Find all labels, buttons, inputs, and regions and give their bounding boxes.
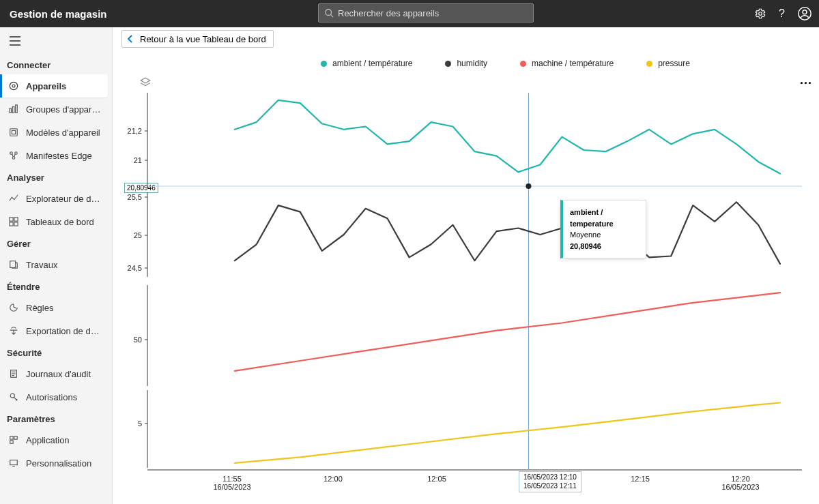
sidebar-item-autorisations[interactable]: Autorisations <box>0 385 112 409</box>
sidebar-item-journaux[interactable]: Journaux d'audit <box>0 362 112 385</box>
sidebar-item-label: Appareils <box>26 81 66 91</box>
y-tick: 5 <box>138 419 142 428</box>
group-icon <box>8 104 19 115</box>
y-tick: 25 <box>134 231 142 239</box>
svg-point-15 <box>10 152 13 155</box>
tooltip-value: 20,80946 <box>570 241 639 252</box>
svg-point-17 <box>12 157 15 160</box>
back-button-label: Retour à la vue Tableau de bord <box>140 34 266 44</box>
export-icon <box>8 325 19 336</box>
sidebar-item-groupes[interactable]: Groupes d'appareils <box>0 98 112 121</box>
svg-rect-18 <box>10 218 13 221</box>
sidebar-section-analyser: Analyser <box>0 167 112 187</box>
sidebar-item-label: Autorisations <box>26 392 77 402</box>
legend-item[interactable]: machine / température <box>520 59 614 68</box>
svg-rect-29 <box>14 436 17 439</box>
sidebar-item-label: Personnalisation <box>26 458 91 469</box>
svg-rect-10 <box>10 108 12 113</box>
legend-label: humidity <box>457 59 487 68</box>
sidebar-item-label: Application <box>26 435 70 445</box>
tooltip-title: ambient / temperature <box>570 207 639 229</box>
sidebar-item-label: Modèles d'appareil <box>26 128 100 138</box>
svg-point-48 <box>526 183 531 189</box>
chart-svg <box>123 72 809 488</box>
sidebar: Connecter Appareils Groupes d'appareils … <box>0 27 113 504</box>
sidebar-item-appareils[interactable]: Appareils <box>0 74 108 98</box>
svg-rect-14 <box>12 130 15 134</box>
legend-item[interactable]: humidity <box>445 59 487 68</box>
x-tick: 12:00 <box>313 475 354 483</box>
y-tick: 25,5 <box>128 193 142 201</box>
permissions-icon <box>8 391 19 402</box>
sidebar-item-manifestes[interactable]: Manifestes Edge <box>0 144 112 167</box>
sidebar-section-securite: Sécurité <box>0 342 112 362</box>
sidebar-item-personnalisation[interactable]: Personnalisation <box>0 451 112 475</box>
x-flag-line: 16/05/2023 12:11 <box>523 482 577 491</box>
sidebar-item-travaux[interactable]: Travaux <box>0 253 112 276</box>
legend-dot <box>520 61 526 67</box>
y-tick: 21,2 <box>128 127 142 135</box>
svg-point-27 <box>10 394 14 398</box>
svg-rect-31 <box>10 460 18 465</box>
personalize-icon <box>8 458 19 469</box>
legend-dot <box>445 61 451 67</box>
sidebar-item-application[interactable]: Application <box>0 428 112 451</box>
search-input[interactable]: Rechercher des appareils <box>318 3 534 23</box>
x-flag-line: 16/05/2023 12:10 <box>523 473 577 482</box>
legend-label: pressure <box>658 59 690 68</box>
svg-rect-11 <box>12 107 14 113</box>
svg-rect-13 <box>10 129 18 136</box>
sidebar-item-exportation[interactable]: Exportation de don... <box>0 319 112 342</box>
manifest-icon <box>8 150 19 161</box>
legend-item[interactable]: pressure <box>646 59 690 68</box>
device-icon <box>8 80 19 91</box>
svg-point-4 <box>803 10 807 14</box>
legend-label: machine / température <box>532 59 614 68</box>
svg-point-9 <box>12 85 15 87</box>
hamburger-icon[interactable] <box>0 27 112 55</box>
sidebar-item-label: Journaux d'audit <box>26 369 91 379</box>
sidebar-item-label: Travaux <box>26 260 57 270</box>
sidebar-item-label: Exportation de don... <box>26 326 101 336</box>
sidebar-item-regles[interactable]: Règles <box>0 296 112 319</box>
y-tick: 24,5 <box>128 264 142 272</box>
jobs-icon <box>8 259 19 270</box>
x-tick: 12:2016/05/2023 <box>720 475 761 491</box>
help-icon[interactable]: ? <box>779 8 785 20</box>
svg-point-8 <box>10 82 17 89</box>
svg-rect-28 <box>10 436 13 439</box>
sidebar-section-connecter: Connecter <box>0 55 112 74</box>
sidebar-item-tableaux[interactable]: Tableaux de bord <box>0 210 112 233</box>
x-axis-flag: 16/05/2023 12:10 16/05/2023 12:11 <box>519 471 581 492</box>
explore-icon <box>8 193 19 204</box>
back-button[interactable]: Retour à la vue Tableau de bord <box>121 30 274 48</box>
search-placeholder: Rechercher des appareils <box>338 8 439 18</box>
dashboard-icon <box>8 216 19 227</box>
tooltip-stat: Moyenne <box>570 229 639 241</box>
search-icon <box>324 8 334 18</box>
chart-tooltip: ambient / temperature Moyenne 20,80946 <box>560 200 646 258</box>
x-tick: 12:15 <box>620 475 661 483</box>
account-icon[interactable] <box>797 6 812 21</box>
legend-item[interactable]: ambient / température <box>321 59 412 68</box>
x-tick: 11:5516/05/2023 <box>212 475 253 491</box>
y-tick: 21 <box>134 156 142 164</box>
settings-icon[interactable] <box>754 8 766 20</box>
sidebar-item-explorateur[interactable]: Explorateur de données <box>0 187 112 210</box>
chart-area[interactable]: ··· 21,2 21 25,5 25 24,5 50 5 11:5516/05… <box>123 72 809 488</box>
chart-legend: ambient / température humidity machine /… <box>321 59 690 68</box>
sidebar-item-label: Tableaux de bord <box>26 217 94 227</box>
sidebar-section-gerer: Gérer <box>0 233 112 253</box>
legend-dot <box>321 61 327 67</box>
sidebar-section-etendre: Étendre <box>0 276 112 296</box>
legend-label: ambient / température <box>332 59 412 68</box>
svg-line-1 <box>331 15 334 18</box>
sidebar-item-label: Groupes d'appareils <box>26 104 101 115</box>
svg-rect-22 <box>10 261 16 268</box>
x-tick: 12:05 <box>416 475 457 483</box>
app-title: Gestion de magasin <box>10 8 107 20</box>
sidebar-item-modeles[interactable]: Modèles d'appareil <box>0 121 112 144</box>
svg-point-2 <box>759 12 762 16</box>
sidebar-item-label: Manifestes Edge <box>26 151 92 161</box>
audit-icon <box>8 368 19 379</box>
